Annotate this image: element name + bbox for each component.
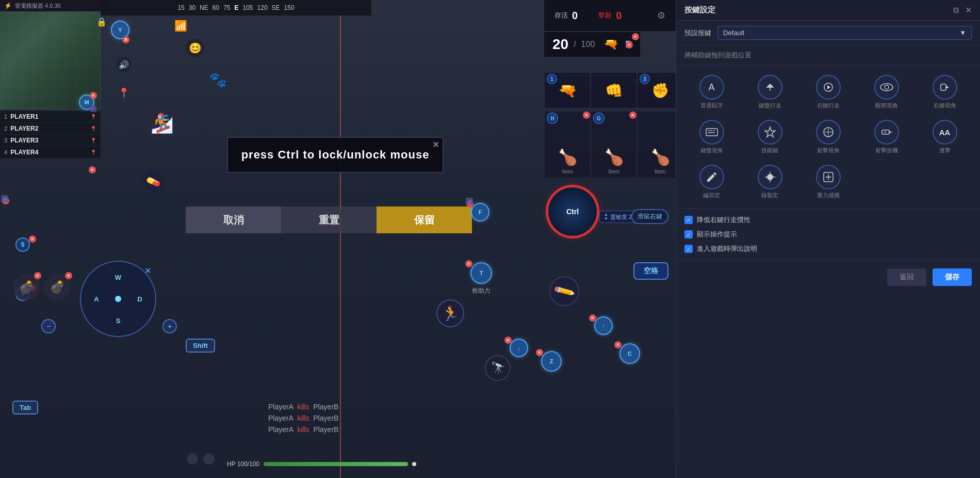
key-item-keyboard-walk[interactable]: 鍵盤行走	[743, 72, 797, 113]
wasd-joystick[interactable]: ✕ W A D S	[80, 261, 156, 337]
sound-icon[interactable]: 🔊	[116, 57, 132, 72]
arrow-right[interactable]: +	[162, 319, 177, 333]
s-key: S	[108, 310, 128, 331]
m-expand[interactable]: ⤢	[90, 106, 96, 112]
grenade-2[interactable]: 💣 ✕	[44, 274, 71, 300]
shift-button[interactable]: Shift	[186, 339, 215, 353]
modal-close[interactable]: ✕	[432, 140, 439, 150]
key-item-gravity[interactable]: 重力感應	[801, 162, 855, 202]
right-panel: 按鍵設定 ⧉ ✕ 預設按鍵 Default ▼ 將輔助鍵拖到遊戲位置 A 普通貼…	[676, 0, 980, 478]
close-panel-icon[interactable]: ✕	[965, 5, 972, 15]
save-button[interactable]: 儲存	[933, 268, 972, 286]
knife-icon[interactable]: ✏️	[544, 270, 584, 311]
weapon-slot-2[interactable]: 👊	[591, 72, 637, 108]
d-key: D	[129, 289, 150, 309]
wasd-close[interactable]: ✕	[144, 266, 151, 276]
jog-icon[interactable]: 🏃	[436, 299, 464, 327]
weapon-slot-1[interactable]: 1 🔫	[544, 72, 591, 108]
location-icon[interactable]: 📍	[116, 85, 132, 101]
tab-button[interactable]: Tab	[12, 401, 38, 415]
key-item-skill[interactable]: 技能鍵	[743, 117, 797, 157]
grenade1-close[interactable]: ✕	[34, 272, 41, 279]
m-close[interactable]: ✕	[90, 92, 97, 99]
inv-slot-h[interactable]: H ✕ 🍗 Item	[544, 111, 591, 178]
grenade2-close[interactable]: ✕	[65, 272, 72, 279]
player-item: 1 PLAYER1 📍	[0, 111, 101, 123]
keep-button[interactable]: 保留	[377, 206, 472, 233]
inv-slot-g[interactable]: G ✕ 🍗 Item	[591, 111, 637, 178]
svg-point-2	[885, 85, 889, 89]
emoji-icon[interactable]: 😊	[186, 39, 204, 57]
key-item-shoot-view[interactable]: 射擊視角	[801, 117, 855, 157]
badge5-close[interactable]: ✕	[29, 235, 36, 243]
weapon-slot-3[interactable]: 3 ✊	[637, 72, 676, 108]
weapon-area-close[interactable]: ✕	[626, 41, 633, 49]
shift-close[interactable]: ✕	[89, 166, 96, 173]
checkbox-popup-on-enter[interactable]: ✓ 進入遊戲時彈出說明	[684, 244, 972, 253]
modal-notice: ✕ press Ctrl to lock/unlock mouse	[227, 137, 444, 173]
badge-5[interactable]: 5	[15, 237, 30, 252]
weapon-slots: 1 🔫 👊 3 ✊	[544, 72, 676, 108]
f-button[interactable]: F	[471, 203, 489, 221]
key-item-keyboard-view[interactable]: 鍵盤視角	[684, 117, 739, 157]
c-button[interactable]: C	[619, 343, 640, 364]
key-item-normal-paste[interactable]: A 普通貼字	[684, 72, 739, 113]
i-up-button[interactable]: ↑	[594, 316, 613, 335]
key-item-right-view[interactable]: 右鍵視角	[918, 72, 972, 113]
ammo-icon: 💊	[140, 168, 166, 195]
inv-h-close[interactable]: ✕	[583, 111, 590, 119]
key-item-trigger[interactable]: 射擊扳機	[859, 117, 913, 157]
checkbox-box: ✓	[684, 216, 693, 224]
i-down-close[interactable]: ✕	[504, 337, 512, 344]
preset-row: 預設按鍵 Default ▼	[676, 21, 980, 45]
key-item-right-walk[interactable]: 右鍵行走	[801, 72, 855, 113]
y-close[interactable]: ✕	[122, 36, 129, 43]
right-mouse-button[interactable]: 滑鼠右鍵	[631, 209, 668, 224]
ctrl-joystick[interactable]: Ctrl	[547, 186, 598, 237]
title-bar: ⚡ 雷電模擬器 4.0.30	[0, 0, 108, 11]
inventory-area: H ✕ 🍗 Item G ✕ 🍗 Item 🍗 Item 🍗 Item	[544, 111, 676, 178]
svg-point-14	[767, 174, 773, 180]
player-item: 2 PLAYER2 📍	[0, 123, 101, 135]
i-down-button[interactable]: ↓	[510, 339, 528, 357]
key-item-macro-write[interactable]: 編寫宏	[684, 162, 739, 202]
grenade-area: 💣 ✕ 💣 ✕	[13, 274, 71, 300]
checkbox-reduce-walk[interactable]: ✓ 降低右鍵行走慣性	[684, 215, 972, 225]
kill-line: PlayerA kills PlayerB	[268, 425, 338, 434]
f-expand[interactable]: ⤢	[466, 198, 473, 205]
c-close[interactable]: ✕	[614, 341, 622, 348]
preset-select[interactable]: Default ▼	[717, 26, 972, 40]
t-button[interactable]: T	[470, 262, 492, 284]
key-grid: A 普通貼字 鍵盤行走 右鍵行走	[676, 66, 980, 209]
space-button[interactable]: 空格	[633, 262, 668, 280]
lock-icon: 🔒	[95, 15, 108, 28]
y-button[interactable]: Y ✕	[111, 21, 129, 39]
key-item-combo[interactable]: AA 連擊	[918, 117, 972, 157]
t-close[interactable]: ✕	[465, 260, 472, 267]
player-item: 3 PLAYER3 📍	[0, 135, 101, 147]
hp-bar-area: HP 100/100	[227, 460, 416, 468]
back-button[interactable]: 返回	[887, 268, 926, 286]
scope-icon[interactable]: 🔭	[485, 355, 511, 381]
z-button[interactable]: Z	[541, 351, 562, 372]
compass-bar: 15 30 NE 60 75 E 105 120 SE 150	[101, 0, 371, 15]
inv-g-close[interactable]: ✕	[629, 111, 636, 119]
key-item-macro-record[interactable]: 錄製宏	[743, 162, 797, 202]
tab-expand[interactable]: ⤢	[1, 195, 8, 202]
hp-close[interactable]: ✕	[632, 33, 639, 40]
checkbox-show-hints[interactable]: ✓ 顯示操作提示	[684, 230, 972, 239]
key-item-observe[interactable]: 觀察視角	[859, 72, 913, 113]
preset-label: 預設按鍵	[684, 28, 711, 38]
hp-dot	[412, 462, 416, 466]
i-up-close[interactable]: ✕	[589, 314, 596, 322]
reset-button[interactable]: 重置	[281, 206, 377, 233]
arrow-left[interactable]: −	[41, 319, 56, 333]
cancel-button[interactable]: 取消	[186, 206, 281, 233]
paw-icon[interactable]: 🐾	[209, 71, 227, 88]
z-close[interactable]: ✕	[536, 349, 543, 356]
inv-slot-3[interactable]: 🍗 Item	[637, 111, 676, 178]
hud-gear-icon[interactable]: ⚙	[657, 10, 665, 21]
restore-icon[interactable]: ⧉	[953, 6, 959, 15]
player-list: 1 PLAYER1 📍 2 PLAYER2 📍 3 PLAYER3 📍 4 PL…	[0, 111, 101, 158]
grenade-1[interactable]: 💣 ✕	[13, 274, 40, 300]
